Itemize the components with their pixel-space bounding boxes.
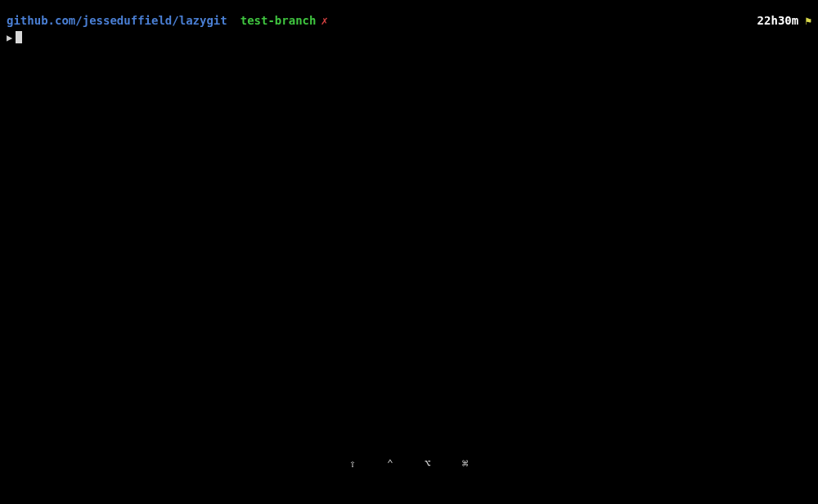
option-key-icon: ⌥ [421, 457, 434, 470]
ctrl-key-icon: ⌃ [384, 457, 397, 470]
git-dirty-icon: ✗ [321, 13, 327, 29]
status-right: 22h30m ⚑ [757, 13, 811, 29]
modifier-key-bar: ⇧ ⌃ ⌥ ⌘ [0, 457, 818, 470]
command-key-icon: ⌘ [459, 457, 472, 470]
status-left: github.com/jesseduffield/lazygit test-br… [7, 13, 328, 29]
flag-icon: ⚑ [805, 14, 811, 29]
shift-key-icon: ⇧ [346, 457, 359, 470]
repo-path: github.com/jesseduffield/lazygit [7, 13, 227, 29]
status-line: github.com/jesseduffield/lazygit test-br… [7, 13, 811, 29]
prompt-symbol: ▶ [7, 31, 12, 45]
terminal-window[interactable]: github.com/jesseduffield/lazygit test-br… [0, 0, 818, 504]
cursor-icon [16, 31, 22, 43]
branch-name: test-branch [240, 13, 317, 29]
clock-time: 22h30m [757, 13, 799, 29]
prompt-line[interactable]: ▶ [7, 31, 811, 45]
